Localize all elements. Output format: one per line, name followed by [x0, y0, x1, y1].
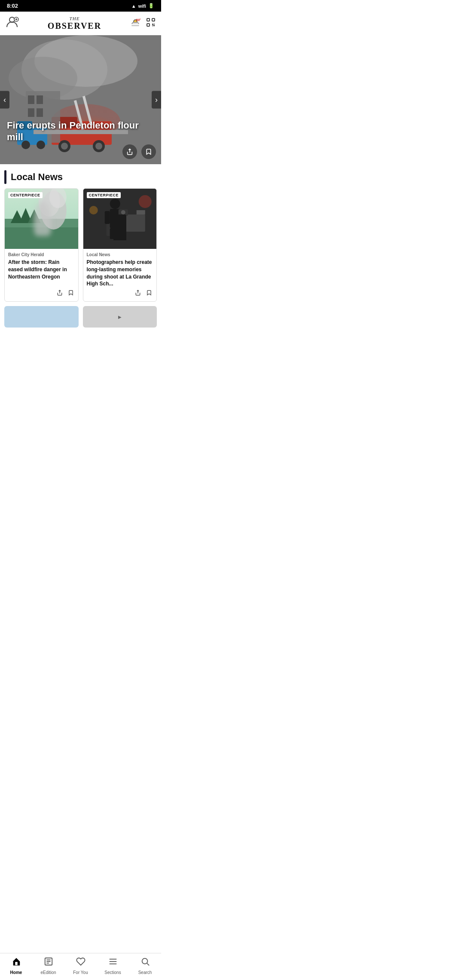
svg-point-54 [121, 210, 125, 214]
svg-rect-49 [104, 211, 110, 224]
nav-home[interactable]: Home [0, 957, 32, 975]
section-accent-bar [4, 170, 6, 184]
account-settings-icon[interactable] [5, 15, 19, 31]
carousel-next-button[interactable]: › [152, 91, 161, 109]
signal-icon: ▲ [131, 3, 136, 9]
news-card-2[interactable]: CENTERPIECE Local News Photographers hel… [83, 188, 157, 302]
cards-grid: CENTERPIECE Baker City Herald After the … [0, 188, 161, 306]
header: THE Observer 53° [0, 12, 161, 35]
svg-point-65 [142, 959, 147, 964]
card-2-actions [134, 289, 153, 298]
logo-the: THE [19, 16, 130, 21]
nav-search-label: Search [138, 970, 152, 975]
svg-rect-28 [28, 108, 34, 117]
nav-foryou-label: For You [73, 970, 88, 975]
card-2-badge: CENTERPIECE [87, 192, 121, 198]
nav-sections[interactable]: Sections [97, 957, 129, 975]
logo-observer: Observer [19, 21, 130, 31]
news-card-1[interactable]: CENTERPIECE Baker City Herald After the … [4, 188, 79, 302]
search-icon [140, 957, 150, 969]
nav-search[interactable]: Search [129, 957, 161, 975]
svg-text:53°: 53° [136, 18, 140, 21]
home-icon [12, 957, 21, 969]
weather-icon[interactable]: 53° [130, 17, 140, 30]
hero-share-button[interactable] [122, 144, 137, 159]
hero-actions [122, 144, 156, 159]
carousel-prev-button[interactable]: ‹ [0, 91, 9, 109]
card-1-bookmark-button[interactable] [67, 289, 75, 298]
wifi-icon: wifi [138, 3, 146, 9]
card-2-headline: Photographers help create long-lasting m… [87, 259, 153, 288]
card-1-actions [56, 289, 75, 298]
hero-carousel: ‹ › Fire erupts in Pendleton flour mill [0, 35, 161, 164]
card-2-source: Local News [87, 252, 153, 257]
card-2-bookmark-button[interactable] [145, 289, 153, 298]
svg-rect-27 [37, 95, 43, 104]
card-1-source: Baker City Herald [8, 252, 75, 257]
scan-icon[interactable] [146, 17, 156, 30]
battery-icon: 🔋 [148, 3, 154, 9]
svg-point-56 [89, 206, 98, 214]
svg-point-55 [138, 195, 151, 208]
section-header: Local News [0, 164, 161, 188]
card-1-share-button[interactable] [56, 289, 64, 298]
svg-rect-10 [152, 25, 153, 26]
nav-eedition[interactable]: eEdition [32, 957, 64, 975]
svg-point-47 [110, 199, 120, 209]
svg-rect-6 [152, 18, 155, 21]
status-time: 8:02 [7, 3, 18, 9]
card-1-headline: After the storm: Rain eased wildfire dan… [8, 259, 75, 280]
svg-rect-5 [147, 18, 150, 21]
svg-line-66 [147, 963, 149, 965]
svg-rect-11 [153, 25, 155, 26]
hero-title: Fire erupts in Pendleton flour mill [7, 120, 154, 143]
card-1-body: Baker City Herald After the storm: Rain … [5, 249, 78, 294]
svg-rect-29 [37, 108, 43, 117]
nav-eedition-label: eEdition [40, 970, 56, 975]
local-news-section: Local News [0, 164, 161, 332]
partial-card-3 [4, 306, 79, 328]
svg-rect-8 [152, 24, 153, 25]
nav-home-label: Home [10, 970, 22, 975]
hero-bookmark-button[interactable] [141, 144, 156, 159]
header-left [5, 15, 19, 31]
card-2-share-button[interactable] [134, 289, 142, 298]
svg-rect-52 [116, 228, 120, 239]
eedition-icon [44, 957, 53, 969]
logo: THE Observer [19, 16, 130, 31]
status-icons: ▲ wifi 🔋 [131, 3, 154, 9]
svg-rect-3 [131, 25, 139, 26]
card-1-badge: CENTERPIECE [8, 192, 43, 198]
svg-rect-46 [136, 210, 145, 214]
nav-sections-label: Sections [104, 970, 121, 975]
svg-rect-44 [123, 214, 145, 232]
nav-foryou[interactable]: For You [64, 957, 97, 975]
svg-rect-26 [28, 95, 34, 104]
card-image-2: CENTERPIECE [83, 189, 157, 249]
status-bar: 8:02 ▲ wifi 🔋 [0, 0, 161, 12]
cards-row-2: ▶ [0, 306, 161, 332]
svg-rect-51 [110, 228, 114, 239]
sections-icon [108, 957, 118, 969]
svg-rect-9 [154, 24, 155, 24]
foryou-icon [76, 957, 85, 969]
svg-point-22 [95, 143, 102, 150]
partial-card-4: ▶ [83, 306, 157, 328]
svg-rect-57 [15, 962, 18, 965]
header-actions: 53° [130, 17, 156, 30]
bottom-nav: Home eEdition For You S [0, 953, 161, 980]
svg-point-20 [61, 143, 68, 150]
svg-rect-7 [147, 24, 150, 26]
partial-card-label: ▶ [118, 315, 122, 319]
card-image-1: CENTERPIECE [5, 189, 78, 249]
section-title: Local News [11, 172, 63, 183]
